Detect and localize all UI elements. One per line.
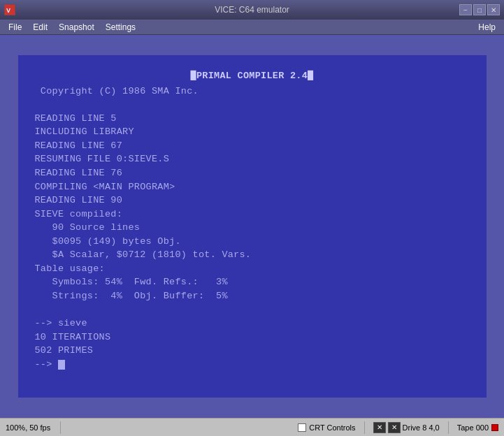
maximize-button[interactable]: □ (473, 4, 486, 15)
status-separator-3 (448, 421, 449, 434)
c64-title-line: █PRIMAL COMPILER 2.4█ (35, 69, 470, 83)
crt-controls[interactable]: CRT Controls (298, 423, 355, 432)
minimize-button[interactable]: − (459, 4, 472, 15)
c64-line (35, 303, 470, 317)
c64-line: READING LINE 67 (35, 139, 470, 153)
tape-indicator: Tape 000 (457, 423, 498, 432)
c64-line: COMPILING <MAIN PROGRAM> (35, 180, 470, 194)
status-zoom: 100%, 50 fps (6, 423, 56, 432)
drive-icon-2: ✕ (388, 422, 401, 433)
c64-line: $0095 (149) bytes Obj. (35, 235, 470, 249)
tape-led (491, 424, 498, 431)
c64-line (35, 98, 470, 112)
cursor (58, 360, 65, 370)
app-icon: V (4, 4, 15, 15)
c64-line: SIEVE compiled: (35, 208, 470, 221)
tape-label: Tape 000 (457, 423, 489, 432)
status-right: CRT Controls ✕ ✕ Drive 8 4,0 Tape 000 (298, 421, 498, 434)
crt-checkbox[interactable] (298, 423, 306, 432)
crt-label: CRT Controls (309, 423, 355, 432)
c64-line: Symbols: 54% Fwd. Refs.: 3% (35, 275, 470, 289)
window-controls[interactable]: − □ ✕ (459, 4, 500, 15)
c64-screen[interactable]: █PRIMAL COMPILER 2.4█ Copyright (C) 1986… (18, 55, 487, 398)
menu-edit[interactable]: Edit (27, 21, 53, 34)
svg-text:V: V (6, 7, 10, 14)
c64-line: Copyright (C) 1986 SMA Inc. (35, 85, 470, 99)
c64-cursor-line: --> (35, 358, 470, 372)
status-bar: 100%, 50 fps CRT Controls ✕ ✕ Drive 8 4,… (0, 418, 504, 436)
title-bar-left: V (4, 4, 15, 15)
menu-settings[interactable]: Settings (100, 21, 141, 34)
c64-line: READING LINE 5 (35, 112, 470, 126)
menu-bar: File Edit Snapshot Settings Help (0, 20, 504, 35)
c64-line: Strings: 4% Obj. Buffer: 5% (35, 289, 470, 303)
drive-label: Drive 8 4,0 (403, 423, 440, 432)
c64-line: READING LINE 90 (35, 194, 470, 208)
c64-line: 10 ITERATIONS (35, 330, 470, 344)
title-bar: V VICE: C64 emulator − □ ✕ (0, 0, 504, 20)
drive-indicator: ✕ ✕ Drive 8 4,0 (373, 422, 440, 433)
window-title: VICE: C64 emulator (215, 5, 289, 15)
c64-line: READING LINE 76 (35, 166, 470, 180)
c64-line: $A Scalar, $0712 (1810) tot. Vars. (35, 248, 470, 262)
c64-line: 90 Source lines (35, 221, 470, 235)
menu-file[interactable]: File (3, 21, 27, 34)
c64-line: 502 PRIMES (35, 344, 470, 358)
c64-line: RESUMING FILE 0:SIEVE.S (35, 152, 470, 166)
status-separator (60, 421, 61, 434)
c64-line: --> sieve (35, 317, 470, 330)
drive-icon-1: ✕ (373, 422, 386, 433)
close-button[interactable]: ✕ (487, 4, 500, 15)
menu-help[interactable]: Help (473, 21, 501, 34)
screen-area: █PRIMAL COMPILER 2.4█ Copyright (C) 1986… (0, 35, 504, 418)
c64-line: Table usage: (35, 262, 470, 276)
c64-line: INCLUDING LIBRARY (35, 125, 470, 139)
status-separator-2 (364, 421, 365, 434)
menu-snapshot[interactable]: Snapshot (53, 21, 100, 34)
